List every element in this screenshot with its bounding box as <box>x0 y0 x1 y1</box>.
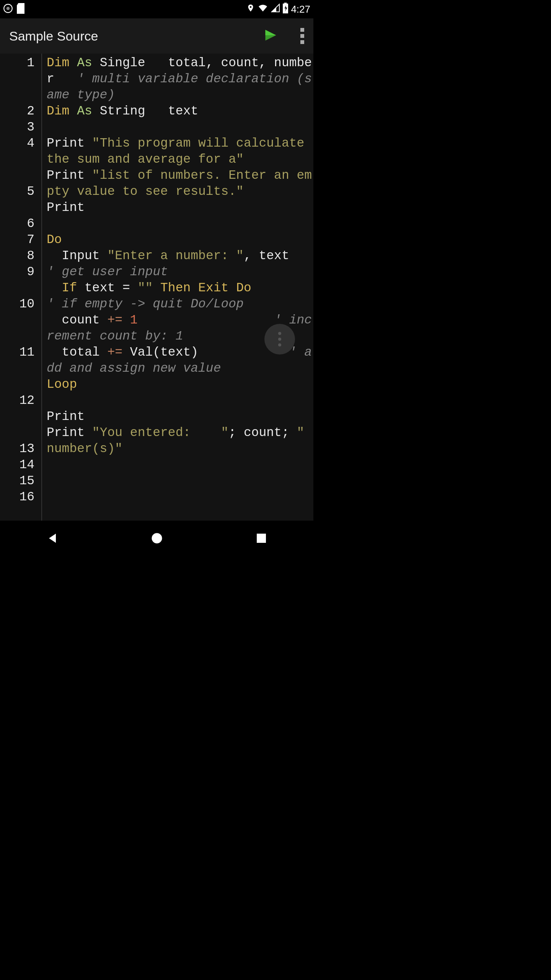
svg-point-1 <box>7 7 10 10</box>
wifi-icon <box>257 3 269 15</box>
line-number-gutter: 1 2 3 4 5 6 7 8 9 10 11 12 13 14 15 16 <box>0 54 42 521</box>
code-content[interactable]: Dim As Single total, count, number ' mul… <box>42 54 313 521</box>
code-editor[interactable]: 1 2 3 4 5 6 7 8 9 10 11 12 13 14 15 16 D… <box>0 54 313 521</box>
cell-signal-icon <box>271 3 280 15</box>
navigation-bar <box>0 521 313 557</box>
status-time: 4:27 <box>291 3 310 15</box>
sd-card-icon <box>17 3 26 15</box>
floating-action-button[interactable] <box>264 324 295 354</box>
svg-rect-6 <box>257 534 266 543</box>
run-button[interactable] <box>261 27 277 45</box>
camera-icon <box>3 3 13 15</box>
nav-home-button[interactable] <box>150 531 164 547</box>
battery-charging-icon <box>282 3 289 16</box>
overflow-menu-button[interactable] <box>300 28 304 44</box>
svg-point-5 <box>152 533 162 544</box>
svg-point-2 <box>250 6 252 8</box>
app-title: Sample Source <box>9 29 98 44</box>
svg-rect-4 <box>284 3 287 3</box>
location-icon <box>246 3 255 16</box>
nav-back-button[interactable] <box>46 531 59 547</box>
nav-recent-button[interactable] <box>254 531 268 547</box>
status-bar: 4:27 <box>0 0 313 18</box>
app-bar: Sample Source <box>0 18 313 54</box>
